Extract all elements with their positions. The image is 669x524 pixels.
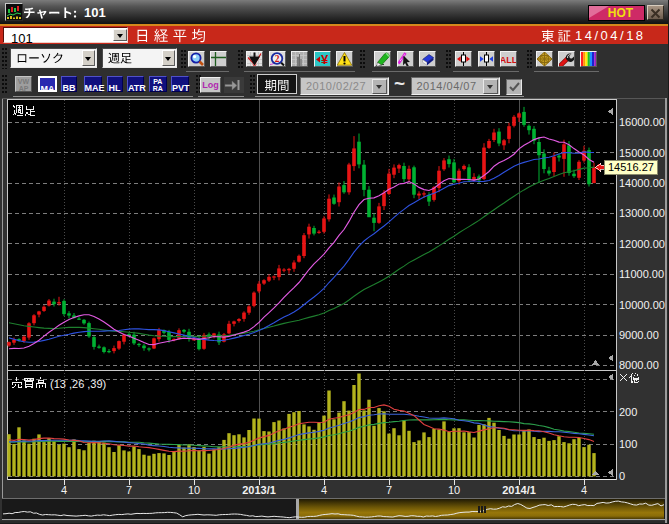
svg-text:15000.00: 15000.00 [619,147,665,159]
svg-text:10: 10 [188,484,200,496]
svg-text:¥: ¥ [320,52,328,66]
svg-text:ALL: ALL [501,55,516,65]
svg-text:0: 0 [619,470,625,482]
svg-text:2: 2 [274,54,279,64]
svg-text:16000.00: 16000.00 [619,116,665,128]
svg-text:10: 10 [448,484,460,496]
svg-text:(13 ,26 ,39): (13 ,26 ,39) [50,378,106,390]
svg-text:14516.27: 14516.27 [608,161,654,173]
svg-text:4: 4 [61,484,67,496]
svg-text:9000.00: 9000.00 [619,329,659,341]
svg-text:7: 7 [386,484,392,496]
svg-text:2013/1: 2013/1 [242,484,276,496]
svg-text:8000.00: 8000.00 [619,359,659,371]
svg-text:200: 200 [619,406,637,418]
svg-text:2014/1: 2014/1 [502,484,536,496]
svg-text:4: 4 [321,484,327,496]
svg-text:7: 7 [126,484,132,496]
svg-text:12000.00: 12000.00 [619,238,665,250]
svg-text:4: 4 [581,484,587,496]
svg-text:13000.00: 13000.00 [619,207,665,219]
svg-text:11000.00: 11000.00 [619,268,664,280]
svg-text:10000.00: 10000.00 [619,299,665,311]
svg-text:14000.00: 14000.00 [619,177,665,189]
svg-text:100: 100 [619,438,637,450]
